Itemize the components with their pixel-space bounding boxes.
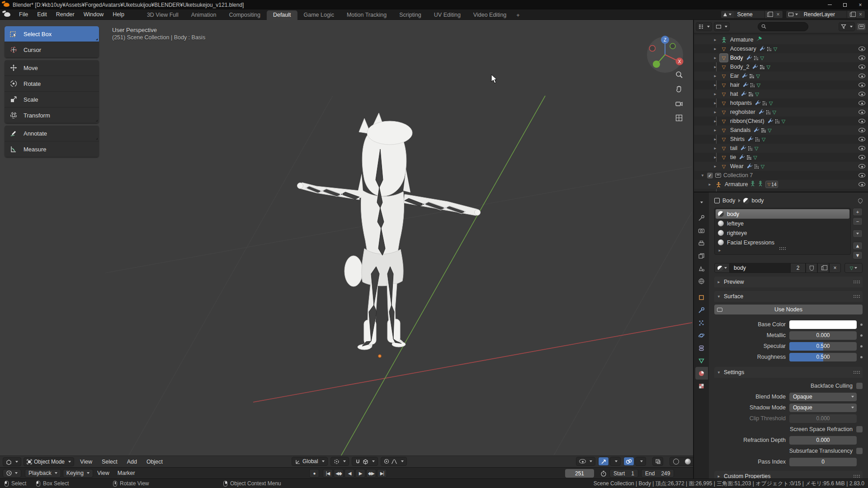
tab-video-editing[interactable]: Video Editing: [467, 10, 513, 20]
record-button[interactable]: ●: [309, 469, 319, 478]
transform-orientation-selector[interactable]: Global: [292, 457, 328, 466]
outliner-filter[interactable]: [839, 22, 855, 31]
object-name[interactable]: Armature: [725, 181, 748, 188]
breadcrumb-material[interactable]: body: [752, 197, 764, 204]
viewport-3d[interactable]: User Perspective (251) Scene Collection …: [0, 20, 693, 467]
tab-game-logic[interactable]: Game Logic: [297, 10, 340, 20]
panel-settings[interactable]: ▼ Settings: [714, 367, 863, 378]
backface-culling-checkbox[interactable]: [856, 383, 863, 389]
animate-dot[interactable]: [860, 356, 863, 358]
outliner-row-shirts[interactable]: ► ▽ Shirts ▽: [694, 135, 868, 144]
refraction-depth-field[interactable]: 0.000: [789, 436, 857, 445]
pivot-point-selector[interactable]: [330, 457, 349, 466]
scene-name[interactable]: Scene: [734, 11, 764, 18]
material-name-field[interactable]: body: [730, 263, 790, 273]
new-material-button[interactable]: [817, 263, 829, 273]
tab-animation[interactable]: Animation: [185, 10, 223, 20]
end-frame-field[interactable]: End 249: [641, 469, 674, 478]
tab-object[interactable]: [695, 291, 708, 304]
object-name[interactable]: Accessary: [730, 46, 756, 52]
outliner-row-ribbon-chest[interactable]: ► ▽ ribbon(Chest) ▽: [694, 117, 868, 126]
menu-view[interactable]: View: [76, 457, 96, 467]
menu-file[interactable]: File: [14, 9, 33, 20]
tab-tool[interactable]: [695, 211, 708, 224]
new-collection-button[interactable]: [856, 23, 866, 31]
shading-wireframe-button[interactable]: [670, 457, 682, 465]
outliner-row-armature2[interactable]: ► Armature ▽ 14: [694, 180, 868, 189]
object-name[interactable]: tail: [730, 145, 737, 151]
blend-mode-dropdown[interactable]: Opaque: [789, 393, 857, 401]
outliner-row-hotpants[interactable]: ► ▽ hotpants ▽: [694, 99, 868, 108]
pin-icon[interactable]: [857, 197, 863, 204]
menu-edit[interactable]: Edit: [33, 9, 52, 20]
outliner-row-tail[interactable]: ► ▽ tail ▽: [694, 144, 868, 153]
disclosure-icon[interactable]: ►: [713, 137, 717, 141]
tool-transform[interactable]: Transform: [5, 108, 99, 123]
disclosure-icon[interactable]: ►: [713, 128, 717, 132]
eye-icon[interactable]: [859, 137, 865, 141]
object-name[interactable]: hair: [730, 82, 740, 88]
eye-icon[interactable]: [859, 47, 865, 51]
timeline-editor-selector[interactable]: [3, 469, 21, 478]
tab-3d-view-full[interactable]: 3D View Full: [141, 10, 185, 20]
eye-icon[interactable]: [859, 128, 865, 132]
tool-measure[interactable]: Measure: [5, 141, 99, 157]
link-mode-selector[interactable]: ▽: [844, 263, 863, 273]
eye-icon[interactable]: [859, 65, 865, 69]
object-name[interactable]: Sandals: [730, 127, 750, 133]
overlays-toggle[interactable]: [623, 457, 634, 466]
tab-world[interactable]: [695, 275, 708, 287]
fake-user-button[interactable]: [806, 263, 817, 273]
tab-physics[interactable]: [695, 329, 708, 342]
next-keyframe-button[interactable]: ◆▶: [366, 469, 376, 478]
pass-index-field[interactable]: 0: [789, 458, 857, 466]
scene-browse-button[interactable]: [721, 11, 734, 18]
jump-to-start-button[interactable]: |◀: [323, 469, 333, 478]
minimize-button[interactable]: [822, 0, 837, 9]
tab-scene[interactable]: [695, 262, 708, 275]
tool-rotate[interactable]: Rotate: [5, 76, 99, 92]
sss-checkbox[interactable]: [856, 448, 863, 454]
tab-particles[interactable]: [695, 316, 708, 329]
gizmos-toggle[interactable]: [598, 457, 609, 466]
outliner-display-mode[interactable]: [714, 22, 730, 31]
eye-icon[interactable]: [859, 173, 865, 178]
eye-icon[interactable]: [859, 101, 865, 105]
outliner-row-sandals[interactable]: ► ▽ Sandals ▽: [694, 126, 868, 135]
disclosure-icon[interactable]: ►: [713, 92, 717, 96]
list-expand-icon[interactable]: ►: [717, 249, 722, 253]
outliner-row-hat[interactable]: ► ▽ hat ▽: [694, 89, 868, 99]
move-slot-down-button[interactable]: ▼: [853, 251, 863, 259]
jump-to-end-button[interactable]: ▶|: [377, 469, 387, 478]
object-name[interactable]: Body: [730, 55, 743, 61]
timeline-marker-menu[interactable]: Marker: [113, 470, 139, 476]
tab-modifiers[interactable]: [695, 304, 708, 316]
scene-unlink-button[interactable]: ×: [774, 11, 783, 18]
xray-toggle[interactable]: [652, 457, 663, 466]
metallic-field[interactable]: 0.000: [789, 331, 857, 340]
move-slot-up-button[interactable]: ▲: [853, 242, 863, 250]
remove-slot-button[interactable]: −: [853, 217, 863, 225]
keying-menu[interactable]: Keying: [63, 469, 93, 478]
camera-view-icon[interactable]: [673, 98, 685, 109]
disclosure-icon[interactable]: ▼: [700, 174, 705, 178]
object-name[interactable]: Shirts: [730, 136, 745, 142]
object-name[interactable]: Armature: [730, 37, 753, 43]
object-name[interactable]: Ear: [730, 73, 739, 79]
scene-new-button[interactable]: [764, 11, 774, 18]
roughness-slider[interactable]: 0.500: [789, 353, 857, 361]
outliner-row-ear[interactable]: ► ▽ Ear ▽: [694, 71, 868, 80]
outliner-row-armature[interactable]: ► Armature: [694, 35, 868, 44]
proportional-edit-controls[interactable]: [381, 457, 407, 466]
outliner-row-body[interactable]: ► ▽ Body ▽: [694, 53, 868, 62]
slot-lefteye[interactable]: lefteye: [716, 219, 849, 228]
tool-move[interactable]: Move: [5, 60, 99, 76]
tab-texture[interactable]: [695, 380, 708, 392]
object-name[interactable]: hotpants: [730, 100, 752, 106]
disclosure-icon[interactable]: ►: [713, 164, 717, 169]
timeline-view-menu[interactable]: View: [93, 470, 113, 476]
disclosure-icon[interactable]: ►: [713, 146, 717, 150]
outliner-row-collection7[interactable]: ▼ ✓ Collection 7: [694, 171, 868, 180]
tab-output[interactable]: [695, 237, 708, 249]
disclosure-icon[interactable]: ►: [713, 65, 717, 69]
